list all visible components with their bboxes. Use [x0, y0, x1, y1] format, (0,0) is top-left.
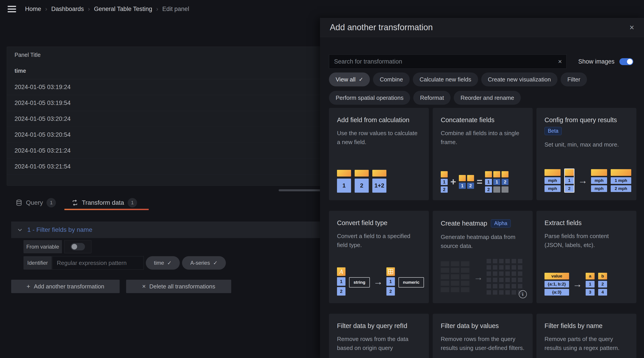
chevron-right-icon: ›: [88, 5, 90, 13]
card-config-from-query-results[interactable]: Config from query results Beta Set unit,…: [536, 108, 636, 200]
calculation-illustration: 1 2 1+2: [337, 170, 386, 193]
numeric-type-icon: [386, 267, 395, 276]
card-description: Generate heatmap data from source data.: [441, 232, 524, 251]
table-row: 2024-01-05 03:19:24: [7, 79, 320, 95]
category-filter-row-1: View all ✓ Combine Calculate new fields …: [329, 73, 587, 86]
convert-illustration: A 1 2 string → 1 2 numeric: [337, 267, 424, 295]
category-reorder-and-rename[interactable]: Reorder and rename: [454, 91, 521, 105]
column-header: a: [586, 273, 594, 279]
category-view-all[interactable]: View all ✓: [329, 73, 370, 86]
card-description: Set unit, min, max and more.: [544, 140, 619, 149]
category-label: View all: [336, 76, 356, 83]
from-variable-toggle[interactable]: [64, 240, 92, 253]
cell: 1: [485, 179, 492, 185]
card-convert-field-type[interactable]: Convert field type Convert a field to a …: [329, 211, 429, 303]
tab-transform-label: Transform data: [82, 199, 124, 206]
category-create-new-visualization[interactable]: Create new visualization: [481, 73, 558, 86]
field-pill-time[interactable]: time ✓: [146, 256, 180, 270]
identifier-input[interactable]: [52, 256, 144, 270]
category-reformat[interactable]: Reformat: [413, 91, 450, 105]
transformation-step-header[interactable]: 1 - Filter fields by name: [11, 221, 331, 238]
breadcrumb-dashboard-name[interactable]: General Table Testing: [94, 6, 152, 13]
field-pill-a-series[interactable]: A-series ✓: [182, 256, 226, 270]
card-description: Remove rows from the data based on origi…: [337, 334, 421, 353]
table-row: 2024-01-05 03:21:54: [7, 159, 320, 175]
category-filter-row-2: Perform spatial operations Reformat Reor…: [329, 91, 521, 105]
panel-preview: Panel Title time 2024-01-05 03:19:24 202…: [7, 47, 321, 186]
category-calculate-new-fields[interactable]: Calculate new fields: [413, 73, 478, 86]
table-row: 2024-01-05 03:20:54: [7, 127, 320, 143]
cell: 2: [485, 186, 492, 193]
close-icon[interactable]: ×: [630, 24, 634, 32]
cell: 1 mph: [611, 177, 631, 184]
show-images-label: Show images: [578, 58, 614, 65]
tab-transform-data[interactable]: Transform data 1: [72, 198, 137, 207]
cell: 2: [502, 179, 508, 185]
show-images-control: Show images: [578, 54, 633, 69]
cell: {a:1, b:2}: [544, 281, 569, 287]
database-icon: [16, 199, 22, 206]
card-extract-fields[interactable]: Extract fields Parse fields from content…: [536, 211, 636, 303]
card-create-heatmap[interactable]: Create heatmap Alpha Generate heatmap da…: [433, 211, 533, 303]
cell: 1+2: [372, 179, 386, 193]
menu-icon[interactable]: [8, 4, 18, 14]
card-title: Convert field type: [337, 219, 421, 227]
grafana-edit-panel-screen: Home › Dashboards › General Table Testin…: [0, 0, 644, 358]
tab-query-count: 1: [46, 198, 56, 207]
arrow-right-icon: →: [374, 276, 383, 287]
close-icon: ×: [142, 283, 146, 290]
category-perform-spatial-operations[interactable]: Perform spatial operations: [329, 91, 410, 105]
extract-illustration: value {a:1, b:2} {a:3} → a 1 3 b 2 4: [544, 273, 607, 295]
card-title: Config from query results: [544, 116, 617, 124]
cell: 2: [441, 186, 448, 193]
alpha-badge: Alpha: [491, 219, 511, 228]
card-filter-data-by-query-refid[interactable]: Filter data by query refId Remove rows f…: [329, 314, 429, 358]
category-label: Reorder and rename: [460, 94, 514, 101]
from-type-label: string: [349, 277, 370, 287]
identifier-label: Identifier: [24, 256, 52, 270]
card-description: Remove rows from the query results using…: [441, 334, 524, 353]
empty-cell: [493, 186, 500, 193]
add-transformation-label: Add another transformation: [34, 283, 104, 290]
card-add-field-from-calculation[interactable]: Add field from calculation Use the row v…: [329, 108, 429, 200]
search-input[interactable]: [329, 55, 554, 69]
transformation-search: ×: [329, 54, 567, 69]
cell: 2: [337, 287, 346, 295]
to-type-label: numeric: [398, 277, 424, 287]
card-filter-data-by-values[interactable]: Filter data by values Remove rows from t…: [433, 314, 533, 358]
tab-query[interactable]: Query 1: [16, 198, 56, 207]
source-grid: [441, 261, 470, 293]
card-title-text: Create heatmap: [441, 220, 487, 227]
breadcrumb-home[interactable]: Home: [25, 6, 41, 13]
card-filter-fields-by-name[interactable]: Filter fields by name Remove parts of th…: [536, 314, 636, 358]
show-images-toggle[interactable]: [620, 58, 633, 65]
card-title: Add field from calculation: [337, 116, 421, 124]
cell: 2: [467, 183, 474, 189]
card-title: Extract fields: [544, 219, 628, 227]
pane-resize-handle[interactable]: [278, 189, 321, 191]
equals-icon: =: [477, 176, 482, 187]
cell: {a:3}: [544, 289, 569, 295]
tab-transform-count: 1: [128, 198, 137, 207]
category-combine[interactable]: Combine: [373, 73, 410, 86]
cell: 1: [386, 277, 395, 286]
card-title: Filter data by query refId: [337, 322, 421, 329]
category-filter[interactable]: Filter: [560, 73, 587, 86]
delete-all-transformations-button[interactable]: × Delete all transformations: [126, 280, 231, 293]
info-icon[interactable]: i: [519, 290, 527, 298]
breadcrumb-dashboards[interactable]: Dashboards: [51, 6, 84, 13]
category-label: Reformat: [420, 94, 444, 101]
add-transformation-button[interactable]: + Add another transformation: [11, 280, 120, 293]
cell: 2: [565, 185, 574, 192]
card-description: Convert a field to a specified field typ…: [337, 232, 421, 250]
clear-search-icon[interactable]: ×: [554, 58, 566, 65]
drawer-title: Add another transformation: [330, 23, 433, 32]
transformation-step-title: 1 - Filter fields by name: [27, 226, 92, 233]
cell: mph: [544, 177, 560, 184]
add-transformation-drawer: Add another transformation × × Show imag…: [320, 18, 644, 358]
heatmap-illustration: →: [441, 259, 523, 295]
cell: 1: [493, 179, 500, 185]
arrow-right-icon: →: [573, 279, 582, 289]
card-concatenate-fields[interactable]: Concatenate fields Combine all fields in…: [433, 108, 533, 200]
cell: mph: [591, 177, 607, 184]
